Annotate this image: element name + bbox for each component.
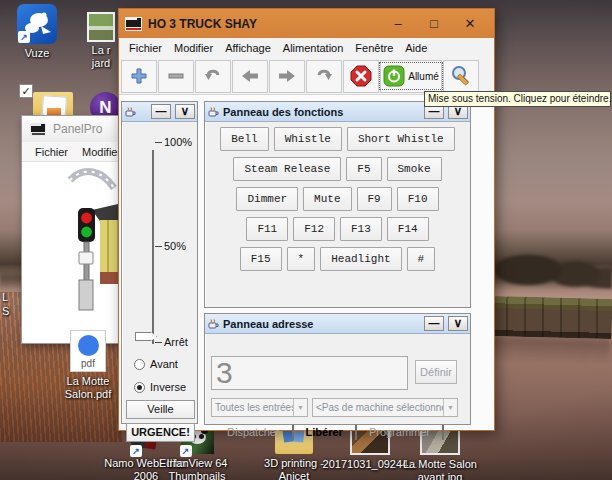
tick-50 (155, 246, 162, 247)
fn-f13-button[interactable]: F13 (340, 217, 382, 241)
shortcut-badge-icon: ↗ (130, 445, 142, 457)
address-actions: Dispatcher Libérer Programmer (205, 424, 460, 440)
fn-f10-button[interactable]: F10 (397, 187, 439, 211)
power-toggle-button[interactable]: Allumé (380, 60, 442, 93)
frame-minimize-button[interactable]: — (424, 316, 444, 331)
fn-f9-button[interactable]: F9 (357, 187, 392, 211)
address-panel-frame[interactable]: Panneau adresse — ∨ 3 Définir Toutes les… (204, 313, 471, 425)
menu-affichage[interactable]: Affichage (219, 40, 277, 56)
fn-hash-button[interactable]: # (407, 247, 436, 271)
fn-whistle-button[interactable]: Whistle (274, 127, 342, 151)
roster-select-value: <Pas de machine sélectionnée> (313, 402, 443, 413)
menu-aide[interactable]: Aide (399, 40, 433, 56)
window-titlebar[interactable]: HO 3 TRUCK SHAY – □ ✕ (119, 9, 494, 38)
speed-slider-track[interactable] (152, 150, 154, 344)
throttle-window[interactable]: HO 3 TRUCK SHAY – □ ✕ Fichier Modifier A… (118, 8, 495, 431)
minimize-button[interactable]: – (380, 13, 416, 35)
radio-circle-selected (134, 382, 145, 393)
control-panel-titlebar[interactable]: — ∨ (122, 102, 197, 122)
radio-reverse-label: Inverse (150, 381, 186, 393)
window-title: HO 3 TRUCK SHAY (148, 17, 380, 31)
train-icon (125, 17, 142, 31)
fn-f12-button[interactable]: F12 (293, 217, 335, 241)
dropdown-arrow-icon: ▼ (443, 399, 457, 416)
fn-steam-release-button[interactable]: Steam Release (233, 157, 341, 181)
roster-select-dropdown[interactable]: <Pas de machine sélectionnée> ▼ (312, 398, 458, 417)
address-input[interactable]: 3 (211, 356, 408, 390)
pdf-icon: pdf (70, 330, 106, 372)
frame-minimize-button[interactable]: — (151, 104, 171, 119)
minus-icon (167, 67, 185, 85)
fn-f15-button[interactable]: F15 (240, 247, 282, 271)
partial-icon-label: S (2, 305, 12, 318)
power-icon (383, 65, 405, 87)
throttle-content: — ∨ 100% 50% Arrêt Avant (119, 95, 494, 430)
menu-fenetre[interactable]: Fenêtre (349, 40, 399, 56)
separator (442, 425, 444, 440)
fn-headlight-button[interactable]: Headlight (320, 247, 401, 271)
program-button[interactable]: Programmer (360, 424, 439, 440)
slider-label-50: 50% (164, 240, 186, 252)
radio-reverse[interactable]: Inverse (134, 381, 186, 393)
vuze-icon: ↗ (17, 4, 57, 44)
address-panel-body: 3 Définir Toutes les entrées ▼ <Pas de m… (205, 334, 470, 424)
stop-icon (350, 65, 372, 87)
frame-collapse-button[interactable]: ∨ (448, 316, 468, 331)
function-buttons: Bell Whistle Short Whistle Steam Release… (205, 122, 470, 271)
panelpro-title: PanelPro (53, 122, 102, 136)
magnifier-pencil-icon (450, 65, 472, 87)
toolbar: Allumé (119, 58, 494, 95)
fn-star-button[interactable]: * (287, 247, 316, 271)
redo-button[interactable] (306, 60, 342, 93)
desktop-icon-label: IrfanView 64 Thumbnails (167, 457, 228, 480)
desktop-icon-label: Vuze (25, 47, 50, 60)
add-throttle-button[interactable] (121, 60, 157, 93)
undo-button[interactable] (195, 60, 231, 93)
desktop-icon-label: La r jard (92, 44, 111, 70)
edit-preferences-button[interactable] (443, 60, 479, 93)
fn-short-whistle-button[interactable]: Short Whistle (347, 127, 455, 151)
close-button[interactable]: ✕ (452, 13, 488, 35)
dispatch-button[interactable]: Dispatcher (218, 424, 289, 440)
fn-smoke-button[interactable]: Smoke (387, 157, 442, 181)
fn-f5-button[interactable]: F5 (346, 157, 381, 181)
menu-fichier[interactable]: Fichier (30, 144, 73, 160)
roster-filter-dropdown[interactable]: Toutes les entrées ▼ (211, 398, 308, 417)
desktop-icon-pdf[interactable]: pdf La Motte Salon.pdf (42, 330, 134, 401)
previous-button[interactable] (232, 60, 268, 93)
redo-icon (314, 67, 334, 85)
power-state-label: Allumé (408, 71, 439, 82)
power-tooltip: Mise sous tension. Cliquez pour éteindre… (424, 91, 611, 107)
set-address-button[interactable]: Définir (415, 360, 457, 384)
checkbox-overlay-icon[interactable]: ✓ (19, 84, 33, 98)
emergency-stop-button[interactable] (343, 60, 379, 93)
menu-alimentation[interactable]: Alimentation (277, 40, 350, 56)
fn-dimmer-button[interactable]: Dimmer (236, 187, 298, 211)
release-button[interactable]: Libérer (297, 424, 352, 440)
train-icon (30, 123, 46, 136)
next-button[interactable] (269, 60, 305, 93)
function-panel-frame[interactable]: Panneau des fonctions — ∨ Bell Whistle S… (204, 101, 471, 308)
menu-modifier[interactable]: Modifier (168, 40, 219, 56)
address-panel-titlebar[interactable]: Panneau adresse — ∨ (205, 314, 470, 334)
coffee-cup-icon (207, 106, 219, 118)
shortcut-badge-icon: ↗ (180, 445, 192, 457)
maximize-button[interactable]: □ (416, 13, 452, 35)
shortcut-badge-icon: ↗ (18, 31, 30, 43)
fn-f11-button[interactable]: F11 (246, 217, 288, 241)
menubar: Fichier Modifier Affichage Alimentation … (119, 38, 494, 58)
desktop-icon-photo-top[interactable]: La r jard (84, 12, 118, 70)
fn-f14-button[interactable]: F14 (387, 217, 429, 241)
remove-throttle-button[interactable] (158, 60, 194, 93)
emergency-button[interactable]: URGENCE! (126, 423, 195, 442)
idle-button[interactable]: Veille (126, 400, 195, 419)
frame-collapse-button[interactable]: ∨ (175, 104, 195, 119)
desktop-icon-vuze[interactable]: ↗ Vuze (8, 4, 66, 60)
arrow-left-icon (241, 68, 259, 84)
pdf-text: pdf (71, 358, 105, 369)
fn-bell-button[interactable]: Bell (220, 127, 268, 151)
menu-fichier[interactable]: Fichier (123, 40, 168, 56)
desktop-icon-label: La Motte Salon.pdf (65, 375, 111, 401)
fn-mute-button[interactable]: Mute (303, 187, 351, 211)
radio-forward[interactable]: Avant (134, 358, 178, 370)
